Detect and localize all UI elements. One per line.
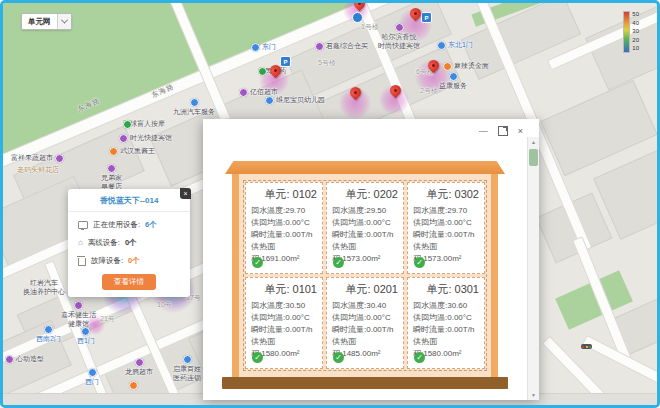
building-number-label: 21号 [100,315,115,323]
close-icon[interactable]: × [180,188,191,199]
building-number-label: 1号楼 [361,23,379,31]
dialog-scrollbar[interactable]: ▲ ▼ [527,137,539,400]
unit-card: 单元: 0101 回水温度:30.50 供回均温:0.00°C 瞬时流量:0.0… [245,277,323,369]
house-icon: ⌂ [78,239,83,247]
map-poi-label: 东门 [251,43,276,52]
row-value: 0个 [128,256,140,266]
legend-tick: 10 [632,45,639,51]
return-temp: 回水温度:29.50 [332,205,398,217]
unit-title: 单元: 0202 [332,187,398,202]
supermarket-icon [55,154,64,163]
legend-ticks: 50 40 30 20 10 [632,11,639,51]
map-poi-label: 龙腾超市 [125,358,153,376]
map-poi-label: 兄弟家早餐店 [101,164,122,192]
return-temp: 回水温度:30.40 [332,300,398,312]
salon-icon [5,355,14,364]
return-temp: 回水温度:30.60 [413,300,479,312]
community-info-window: × 香悦蓝天下--014 正在使用设备: 6个 ⌂ 离线设备: 0个 故障设备:… [68,189,190,297]
hotel-icon [395,23,404,32]
map-poi-label: 九洲汽车服务 [173,98,215,116]
massage-icon [123,120,132,129]
map-poi-label: 哈尔滨香悦时尚快捷宾馆 [378,23,420,51]
map-poi-label: 君鑫综合仓买 [315,42,368,51]
legend-gradient-bar [623,11,630,53]
map-poi-label: 西南2门 [36,325,61,343]
row-label: 正在使用设备: [93,220,140,230]
dropdown-chevron-button[interactable] [57,14,71,29]
unit-cards-grid: 单元: 0102 回水温度:29.70 供回均温:0.00°C 瞬时流量:0.0… [245,182,485,369]
map-poi-label: 益康服务 [439,72,467,90]
legend-tick: 30 [632,28,639,34]
unit-title: 单元: 0301 [413,282,479,297]
layer-dropdown-value: 单元网 [22,14,57,29]
trash-icon [78,258,86,266]
scroll-up-icon[interactable]: ▲ [528,137,539,147]
return-temp: 回水温度:30.50 [251,300,317,312]
map-poi-label: 武汉熏酱王 [109,147,155,156]
breakfast-icon [107,164,116,173]
status-ok-icon [333,352,344,363]
building-number-label: 2号楼 [420,87,438,95]
status-ok-icon [333,257,344,268]
shop-icon [129,381,138,390]
building-illustration: 单元: 0102 回水温度:29.70 供回均温:0.00°C 瞬时流量:0.0… [203,119,539,400]
unit-card: 单元: 0201 回水温度:30.40 供回均温:0.00°C 瞬时流量:0.0… [326,277,404,369]
view-details-button[interactable]: 查看详情 [102,274,156,290]
gate-icon [251,43,260,52]
faulty-devices-row: 故障设备: 0个 [68,256,190,266]
restaurant-icon [109,147,118,156]
avg-temp: 供回均温:0.00°C [251,312,317,324]
map-poi-label: 西1门 [77,327,95,345]
legend-tick: 40 [632,20,639,26]
row-label: 离线设备: [88,238,120,248]
status-ok-icon [414,352,425,363]
legend-tick: 50 [632,11,639,17]
unit-title: 单元: 0101 [251,282,317,297]
map-poi-label: 富祥果蔬超市 [11,154,64,163]
instant-flow: 瞬时流量:0.00T/h [332,229,398,241]
map-poi-label: 红岩汽车换油养护中心 [23,279,65,297]
supermarket-icon [135,358,144,367]
status-ok-icon [252,352,263,363]
map-poi-label: 启康百姓医药连锁 [173,355,201,383]
row-value: 6个 [145,220,157,230]
avg-temp: 供回均温:0.00°C [251,217,317,229]
chevron-down-icon [60,17,67,24]
avg-temp: 供回均温:0.00°C [332,312,398,324]
instant-flow: 瞬时流量:0.00T/h [251,324,317,336]
map-poi-label: 心动造型 [5,355,44,364]
building-inner-panel: 单元: 0102 回水温度:29.70 供回均温:0.00°C 瞬时流量:0.0… [239,174,491,377]
map-poi-label: 东北1门 [437,41,473,50]
scrollbar-thumb[interactable] [529,149,538,166]
map-poi-label: 时光快捷宾馆 [119,134,172,143]
heat-legend: 50 40 30 20 10 [623,11,639,53]
kindergarten-icon [265,96,274,105]
service-icon [449,72,458,81]
layer-dropdown[interactable]: 单元网 [21,13,72,30]
avg-temp: 供回均温:0.00°C [413,312,479,324]
hotel-icon [119,134,128,143]
avg-temp: 供回均温:0.00°C [413,217,479,229]
in-use-devices-row: 正在使用设备: 6个 [68,220,190,230]
building-base [222,377,508,389]
map-poi-label: 维尼宝贝幼儿园 [265,96,325,105]
pharmacy-icon [183,355,192,364]
unit-title: 单元: 0201 [332,282,398,297]
map-poi-label: 环球盲人按摩 [123,120,165,128]
traffic-light-icon [581,344,592,349]
monitor-icon [78,221,88,229]
offline-devices-row: ⌂ 离线设备: 0个 [68,238,190,248]
map-poi-label: 西门 [85,368,99,386]
status-ok-icon [252,257,263,268]
shop-icon [315,42,324,51]
scroll-down-icon[interactable]: ▼ [528,390,539,400]
gate-icon [44,325,53,334]
building-number-label: 10号 [157,301,172,309]
roof-graphic [225,161,505,174]
instant-flow: 瞬时流量:0.00T/h [332,324,398,336]
pharmacy-icon [258,67,267,76]
return-temp: 回水温度:29.70 [413,205,479,217]
gate-icon [88,368,97,377]
parking-icon: P [280,56,291,67]
status-ok-icon [414,257,425,268]
